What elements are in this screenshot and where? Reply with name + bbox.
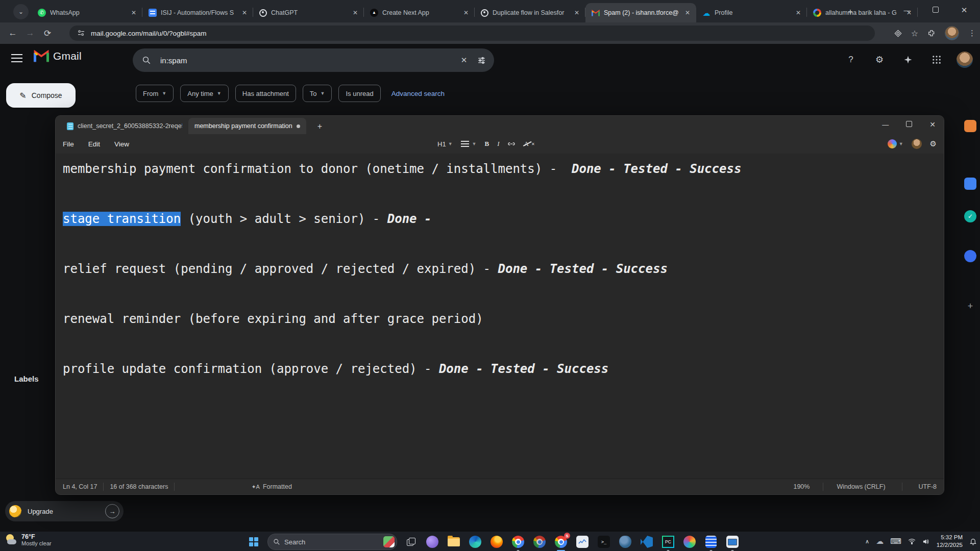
- notepad-minimize-button[interactable]: —: [882, 121, 889, 129]
- browser-tab-spam-active[interactable]: Spam (2) - ishann.tforce@ ✕: [585, 3, 696, 22]
- chrome-profile-1-icon[interactable]: [510, 534, 526, 549]
- compose-button[interactable]: ✎ Compose: [6, 83, 76, 108]
- settings-gear-icon[interactable]: ⚙: [871, 51, 888, 68]
- account-avatar[interactable]: [957, 52, 973, 68]
- window-maximize-button[interactable]: [929, 7, 942, 14]
- close-icon[interactable]: ✕: [794, 9, 803, 16]
- profile-blue-icon[interactable]: [964, 250, 976, 262]
- filter-chip-is-unread[interactable]: Is unread: [338, 85, 380, 102]
- bold-button[interactable]: B: [484, 140, 489, 148]
- reading-mode-icon[interactable]: [894, 30, 902, 37]
- taskbar-weather-widget[interactable]: 76°F Mostly clear: [5, 533, 52, 547]
- reload-button[interactable]: ⟳: [39, 28, 56, 39]
- browser-tab-chatgpt[interactable]: ChatGPT ✕: [253, 3, 364, 22]
- chrome-profile-2-icon[interactable]: [532, 534, 547, 549]
- site-info-icon[interactable]: [76, 28, 87, 39]
- zoom-level[interactable]: 190%: [793, 483, 810, 490]
- task-view-button[interactable]: [403, 534, 419, 549]
- list-button[interactable]: ▼: [461, 141, 477, 147]
- teal-check-icon[interactable]: ✓: [964, 210, 976, 222]
- window-close-button[interactable]: ✕: [958, 6, 971, 15]
- filter-chip-anytime[interactable]: Any time▼: [180, 85, 229, 102]
- close-icon[interactable]: ✕: [351, 9, 360, 16]
- clear-formatting-button[interactable]: A✕: [524, 140, 534, 148]
- firefox-browser-icon[interactable]: [489, 534, 504, 549]
- filter-chip-from[interactable]: From▼: [136, 85, 174, 102]
- editor-content[interactable]: membership payment confirmation to donor…: [63, 157, 930, 453]
- close-icon[interactable]: ✕: [129, 9, 138, 16]
- notepad-new-tab-button[interactable]: +: [313, 122, 326, 134]
- postgresql-icon[interactable]: [618, 534, 633, 549]
- taskbar-search-box[interactable]: Search: [267, 534, 397, 550]
- notepad-close-button[interactable]: ✕: [929, 120, 936, 129]
- touch-keyboard-icon[interactable]: ⌨: [890, 537, 901, 546]
- window-minimize-button[interactable]: —: [900, 7, 914, 14]
- italic-button[interactable]: I: [497, 140, 499, 148]
- notepad-settings-gear-icon[interactable]: ⚙: [930, 139, 937, 148]
- help-icon[interactable]: ?: [842, 51, 860, 68]
- encoding[interactable]: UTF-8: [919, 483, 937, 490]
- browser-tab-profile[interactable]: ☁ Profile ✕: [696, 3, 807, 22]
- clear-search-icon[interactable]: ✕: [455, 52, 473, 69]
- address-bar[interactable]: mail.google.com/mail/u/0/?ogbl#spam: [69, 26, 875, 41]
- search-icon[interactable]: [138, 52, 155, 69]
- forward-button[interactable]: →: [21, 28, 39, 38]
- menu-view[interactable]: View: [107, 140, 136, 148]
- chrome-profile-3-icon[interactable]: S: [553, 534, 569, 549]
- notifications-bell-icon[interactable]: [969, 537, 977, 545]
- menu-edit[interactable]: Edit: [81, 140, 107, 148]
- orange-app-icon[interactable]: [964, 120, 976, 132]
- menu-file[interactable]: File: [56, 140, 81, 148]
- pycharm-icon[interactable]: PC: [660, 534, 676, 549]
- menu-dots-icon[interactable]: ⋮: [968, 29, 976, 38]
- browser-tab-isij[interactable]: ISIJ - Automation/Flows S ✕: [142, 3, 253, 22]
- line-ending[interactable]: Windows (CRLF): [837, 483, 885, 490]
- onedrive-cloud-icon[interactable]: ☁: [876, 537, 884, 546]
- filter-chip-has-attachment[interactable]: Has attachment: [235, 85, 296, 102]
- copilot-button[interactable]: ▼: [888, 139, 903, 148]
- close-icon[interactable]: ✕: [683, 9, 692, 16]
- file-explorer-icon[interactable]: [446, 534, 461, 549]
- notepad-account-avatar[interactable]: [912, 139, 922, 149]
- gemini-sparkle-icon[interactable]: [899, 51, 917, 68]
- bookmark-star-icon[interactable]: ☆: [911, 29, 918, 38]
- notepad-tab-membership[interactable]: membership payment confirmation: [188, 118, 306, 134]
- vscode-icon[interactable]: [639, 534, 654, 549]
- gmail-search-bar[interactable]: in:spam ✕: [133, 48, 494, 72]
- tray-expand-icon[interactable]: ∧: [865, 538, 869, 545]
- terminal-icon[interactable]: >_: [596, 534, 611, 549]
- new-tab-button[interactable]: +: [843, 5, 857, 19]
- close-icon[interactable]: ✕: [240, 9, 249, 16]
- edge-browser-icon[interactable]: [468, 534, 483, 549]
- docker-app-icon[interactable]: [703, 534, 719, 549]
- upgrade-button[interactable]: Upgrade →: [5, 501, 124, 521]
- filter-chip-to[interactable]: To▼: [303, 85, 332, 102]
- taskbar-clock[interactable]: 5:32 PM 12/2/2025: [937, 534, 963, 549]
- system-monitor-icon[interactable]: [575, 534, 590, 549]
- google-apps-grid-icon[interactable]: [928, 51, 945, 68]
- add-icon[interactable]: +: [964, 300, 976, 312]
- browser-tab-create-next-app[interactable]: ▲ Create Next App ✕: [364, 3, 475, 22]
- insert-link-button[interactable]: [507, 140, 516, 148]
- notepad-maximize-button[interactable]: [906, 120, 912, 129]
- wifi-icon[interactable]: [908, 538, 916, 544]
- back-button[interactable]: ←: [4, 28, 21, 38]
- blue-app-icon[interactable]: [964, 178, 976, 190]
- tab-search-button[interactable]: ⌄: [13, 4, 29, 19]
- volume-icon[interactable]: [922, 538, 930, 545]
- search-query-text[interactable]: in:spam: [160, 56, 455, 65]
- browser-tab-whatsapp[interactable]: ✆ WhatsApp ✕: [32, 3, 142, 22]
- start-button[interactable]: [246, 534, 261, 549]
- heading-style-button[interactable]: H1▼: [437, 140, 453, 148]
- hamburger-menu-icon[interactable]: [11, 54, 22, 62]
- browser-tab-duplicate-flow[interactable]: Duplicate flow in Salesfor ✕: [475, 3, 585, 22]
- browser-profile-avatar[interactable]: [945, 26, 959, 40]
- advanced-search-link[interactable]: Advanced search: [391, 90, 445, 97]
- loop-app-icon[interactable]: [425, 534, 440, 549]
- close-icon[interactable]: ✕: [461, 9, 471, 16]
- remote-desktop-icon[interactable]: [725, 534, 740, 549]
- search-options-icon[interactable]: [473, 52, 490, 69]
- extensions-puzzle-icon[interactable]: [927, 29, 936, 37]
- notepad-tab-client-secret[interactable]: client_secret_2_60053885332-2reqe52rribe: [61, 118, 188, 134]
- color-app-icon[interactable]: [682, 534, 697, 549]
